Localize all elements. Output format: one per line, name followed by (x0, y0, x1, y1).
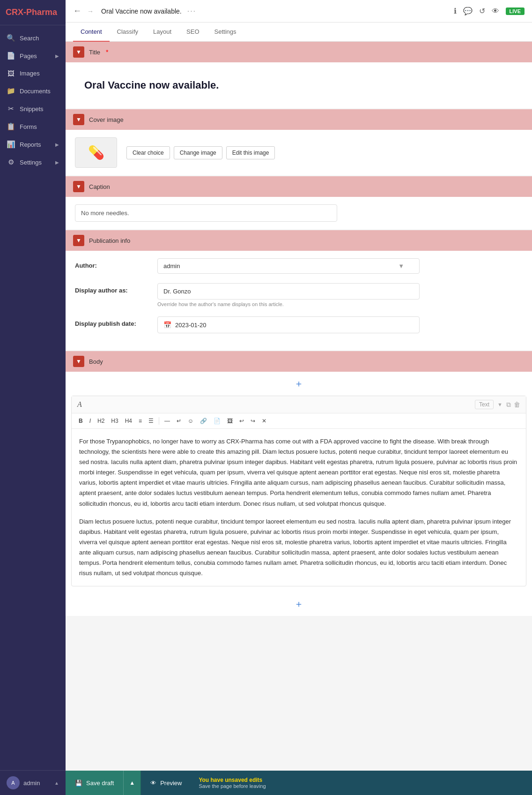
sidebar-label-pages: Pages (20, 52, 51, 60)
title-section-label: Title (89, 49, 100, 56)
clear-choice-button[interactable]: Clear choice (126, 146, 170, 159)
edit-image-button[interactable]: Edit this image (226, 146, 275, 159)
title-section: ▼ Title * Oral Vaccine now available. (66, 42, 532, 108)
caption-toggle-button[interactable]: ▼ (73, 181, 84, 192)
cover-image-toggle-button[interactable]: ▼ (73, 114, 84, 125)
publication-info-section-header: ▼ Publication info (66, 230, 532, 251)
undo-button[interactable]: ↩ (237, 416, 246, 426)
body-section-label: Body (89, 358, 103, 365)
history-icon[interactable]: ↺ (479, 7, 485, 15)
tab-content[interactable]: Content (73, 22, 110, 42)
emoji-button[interactable]: ☺ (185, 416, 196, 426)
publication-info-body: Author: admin ▼ Display author as: Overr… (66, 251, 532, 350)
sidebar-item-reports[interactable]: 📊 Reports ▶ (0, 135, 66, 153)
clear-format-button[interactable]: ✕ (259, 416, 269, 426)
image-action-buttons: Clear choice Change image Edit this imag… (126, 146, 275, 159)
tab-settings[interactable]: Settings (207, 22, 244, 42)
sidebar-label-forms: Forms (20, 123, 59, 130)
bottom-bar: 💾 Save draft ▲ 👁 Preview You have unsave… (66, 771, 532, 795)
publication-info-section: ▼ Publication info Author: admin ▼ Di (66, 230, 532, 350)
preview-button[interactable]: 👁 Preview (141, 771, 191, 795)
logo: CRX-Pharma (0, 0, 66, 25)
add-above-icon: ＋ (294, 377, 303, 390)
save-dropdown-button[interactable]: ▲ (124, 771, 141, 795)
caption-input[interactable] (75, 204, 337, 222)
save-draft-button[interactable]: 💾 Save draft (66, 771, 124, 795)
sidebar-label-reports: Reports (20, 141, 51, 148)
author-field-row: Author: admin ▼ (75, 258, 523, 274)
sidebar-footer[interactable]: A admin ▲ (0, 770, 66, 795)
add-below-icon: ＋ (294, 598, 303, 610)
block-type-label[interactable]: Text (475, 400, 494, 409)
cover-image-thumbnail: 💊 (75, 137, 117, 168)
add-block-below-button[interactable]: ＋ (66, 592, 532, 616)
bold-button[interactable]: B (76, 416, 85, 426)
cover-image-section-label: Cover image (89, 116, 124, 123)
image-button[interactable]: 🖼 (225, 416, 235, 426)
block-type-chevron-icon[interactable]: ▼ (497, 402, 502, 407)
body-section: ▼ Body ＋ A Text ▼ ⧉ 🗑 (66, 351, 532, 616)
tab-classify[interactable]: Classify (110, 22, 146, 42)
more-options-button[interactable]: ··· (187, 7, 196, 15)
topbar-actions: ℹ 💬 ↺ 👁 LIVE (454, 7, 525, 15)
delete-block-icon[interactable]: 🗑 (514, 401, 520, 408)
caption-section: ▼ Caption (66, 176, 532, 229)
chat-icon[interactable]: 💬 (463, 7, 473, 15)
body-toggle-button[interactable]: ▼ (73, 356, 84, 367)
return-button[interactable]: ↵ (174, 416, 184, 426)
h3-button[interactable]: H3 (109, 416, 120, 426)
title-toggle-button[interactable]: ▼ (73, 46, 84, 58)
topbar: ← → Oral Vaccine now available. ··· ℹ 💬 … (66, 0, 532, 22)
logo-crx: CRX- (6, 8, 26, 17)
publish-date-input[interactable]: 📅 2023-01-20 (157, 316, 420, 333)
pages-arrow-icon: ▶ (55, 53, 59, 59)
text-block-toolbar: B I H2 H3 H4 ≡ ☰ — ↵ ☺ 🔗 📄 🖼 (72, 413, 526, 429)
live-badge[interactable]: LIVE (506, 8, 525, 15)
link-button[interactable]: 🔗 (198, 416, 209, 426)
text-block-content[interactable]: For those Trypanophobics, no longer have… (72, 429, 526, 586)
breadcrumb-arrow-icon: → (87, 8, 94, 15)
sidebar-item-search[interactable]: 🔍 Search (0, 29, 66, 47)
pill-image-icon: 💊 (88, 145, 104, 160)
back-arrow-icon: ← (73, 6, 81, 16)
article-title: Oral Vaccine now available. (75, 72, 523, 99)
tab-seo[interactable]: SEO (179, 22, 207, 42)
h4-button[interactable]: H4 (123, 416, 134, 426)
author-value: admin ▼ (157, 258, 523, 274)
settings-icon: ⚙ (7, 158, 15, 166)
back-button[interactable]: ← (73, 6, 81, 16)
copy-block-icon[interactable]: ⧉ (506, 401, 511, 409)
publication-info-toggle-button[interactable]: ▼ (73, 235, 84, 246)
h2-button[interactable]: H2 (95, 416, 107, 426)
display-author-input[interactable] (157, 283, 420, 300)
caption-body (66, 197, 532, 229)
publication-info-section-label: Publication info (89, 237, 130, 244)
sidebar-item-images[interactable]: 🖼 Images (0, 65, 66, 82)
sidebar-item-documents[interactable]: 📁 Documents (0, 82, 66, 100)
redo-button[interactable]: ↪ (248, 416, 258, 426)
publish-date-value: 📅 2023-01-20 (157, 316, 523, 333)
caption-section-header: ▼ Caption (66, 176, 532, 197)
calendar-icon: 📅 (163, 321, 171, 329)
sidebar-item-forms[interactable]: 📋 Forms (0, 118, 66, 135)
display-author-label: Display author as: (75, 283, 150, 294)
sidebar-item-pages[interactable]: 📄 Pages ▶ (0, 47, 66, 65)
italic-button[interactable]: I (87, 416, 93, 426)
sidebar-item-settings[interactable]: ⚙ Settings ▶ (0, 153, 66, 171)
add-block-above-button[interactable]: ＋ (66, 372, 532, 396)
info-icon[interactable]: ℹ (454, 7, 457, 15)
tab-layout[interactable]: Layout (146, 22, 179, 42)
author-dropdown-icon: ▼ (398, 262, 404, 270)
unsaved-notice: You have unsaved edits Save the page bef… (191, 777, 532, 789)
ordered-list-button[interactable]: ≡ (136, 416, 144, 426)
change-image-button[interactable]: Change image (174, 146, 222, 159)
author-select[interactable]: admin ▼ (157, 258, 420, 274)
sidebar-item-snippets[interactable]: ✂ Snippets (0, 100, 66, 118)
document-link-button[interactable]: 📄 (211, 416, 223, 426)
text-block-type-icon: A (77, 400, 82, 409)
sidebar: CRX-Pharma 🔍 Search 📄 Pages ▶ 🖼 Images 📁… (0, 0, 66, 795)
unordered-list-button[interactable]: ☰ (146, 416, 156, 426)
hr-button[interactable]: — (162, 416, 172, 426)
body-section-header: ▼ Body (66, 351, 532, 372)
preview-eye-icon[interactable]: 👁 (492, 7, 499, 15)
